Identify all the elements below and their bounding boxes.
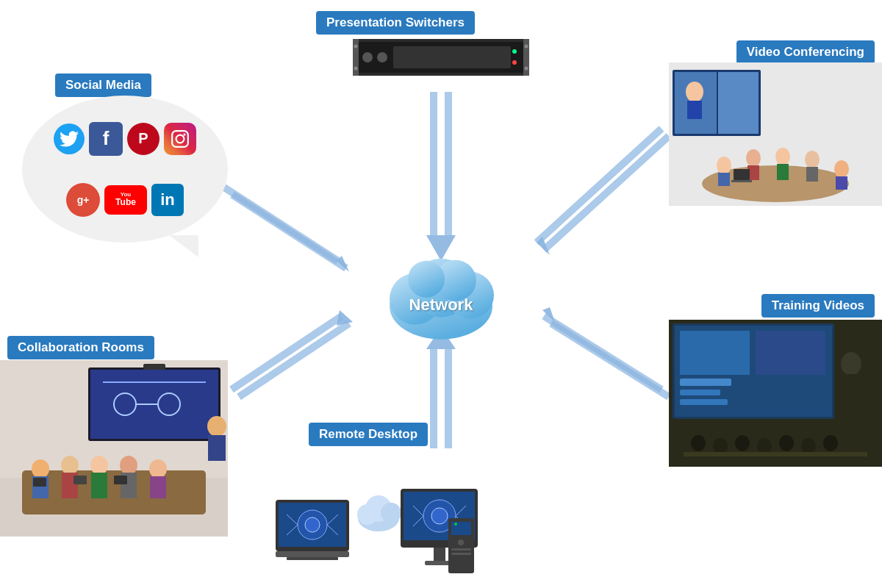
- svg-point-72: [735, 435, 750, 451]
- svg-line-4: [232, 195, 346, 268]
- video-conferencing-image: [669, 62, 882, 206]
- video-conferencing-label: Video Conferencing: [736, 40, 875, 64]
- twitter-icon: [54, 123, 85, 154]
- svg-point-23: [408, 261, 445, 298]
- training-videos-image: [669, 320, 882, 467]
- training-videos-label: Training Videos: [761, 294, 875, 318]
- linkedin-icon: in: [151, 184, 184, 216]
- svg-point-56: [834, 160, 849, 178]
- svg-line-7: [537, 129, 662, 243]
- svg-point-94: [120, 456, 137, 475]
- collaboration-rooms-image: [0, 360, 228, 537]
- svg-point-48: [717, 157, 731, 174]
- collaboration-rooms-label: Collaboration Rooms: [7, 336, 154, 359]
- svg-point-28: [377, 52, 387, 62]
- remote-desktop-label: Remote Desktop: [309, 423, 428, 446]
- svg-point-106: [305, 517, 320, 532]
- svg-point-120: [431, 508, 448, 524]
- svg-point-90: [61, 456, 79, 475]
- svg-point-73: [757, 438, 772, 454]
- svg-point-34: [354, 45, 358, 49]
- svg-point-40: [183, 133, 185, 135]
- google-plus-icon: g+: [66, 183, 100, 217]
- svg-point-116: [381, 503, 401, 523]
- svg-point-68: [841, 352, 861, 376]
- svg-point-50: [746, 149, 761, 167]
- svg-rect-29: [393, 46, 511, 68]
- svg-rect-131: [451, 553, 471, 555]
- svg-point-75: [801, 438, 816, 454]
- svg-rect-63: [680, 331, 750, 375]
- presentation-switchers-label: Presentation Switchers: [316, 11, 475, 35]
- svg-rect-86: [143, 364, 165, 370]
- remote-desktop-image: [272, 448, 478, 573]
- svg-point-31: [512, 60, 517, 65]
- svg-rect-57: [836, 176, 847, 190]
- svg-point-37: [525, 67, 528, 71]
- svg-point-70: [691, 435, 706, 451]
- main-scene: Network Presentation Switchers Social Me…: [0, 0, 882, 588]
- svg-point-88: [32, 459, 49, 478]
- svg-point-76: [823, 435, 838, 451]
- svg-point-132: [454, 523, 457, 526]
- svg-point-39: [176, 135, 184, 143]
- svg-line-10: [239, 323, 349, 397]
- svg-point-101: [207, 416, 226, 437]
- svg-line-12: [544, 316, 662, 390]
- svg-rect-67: [756, 331, 825, 375]
- svg-line-9: [232, 316, 342, 390]
- svg-rect-59: [731, 180, 752, 182]
- svg-rect-46: [687, 101, 702, 119]
- svg-rect-111: [276, 551, 349, 557]
- pinterest-icon: P: [127, 123, 159, 155]
- social-media-bubble: f P g+ You Tube in: [22, 96, 235, 257]
- instagram-icon: [164, 123, 196, 155]
- svg-rect-38: [172, 131, 188, 147]
- facebook-icon: f: [89, 122, 123, 156]
- svg-rect-102: [208, 435, 226, 461]
- svg-line-3: [224, 187, 338, 261]
- youtube-icon: You Tube: [104, 185, 147, 215]
- svg-marker-14: [542, 307, 555, 322]
- svg-rect-125: [434, 548, 445, 561]
- svg-rect-97: [150, 476, 166, 498]
- svg-rect-77: [684, 452, 867, 456]
- svg-line-6: [544, 136, 669, 250]
- svg-point-36: [525, 45, 528, 49]
- svg-point-74: [779, 435, 794, 451]
- svg-rect-53: [777, 164, 789, 180]
- svg-rect-93: [91, 473, 107, 498]
- svg-marker-5: [337, 256, 349, 272]
- presentation-switchers-image: [353, 33, 529, 81]
- svg-rect-49: [718, 173, 730, 186]
- svg-point-52: [775, 148, 790, 165]
- svg-rect-99: [74, 476, 87, 484]
- svg-rect-58: [734, 169, 750, 180]
- svg-point-96: [149, 459, 167, 478]
- svg-rect-65: [680, 390, 720, 395]
- svg-text:Network: Network: [409, 295, 474, 314]
- svg-rect-112: [287, 557, 338, 560]
- svg-point-54: [805, 151, 820, 168]
- svg-rect-100: [114, 476, 127, 484]
- svg-marker-11: [337, 310, 353, 326]
- svg-point-35: [354, 67, 358, 71]
- svg-rect-64: [680, 379, 731, 386]
- svg-point-92: [90, 456, 108, 475]
- svg-line-13: [551, 323, 669, 397]
- svg-marker-8: [537, 237, 550, 255]
- svg-rect-69: [842, 374, 860, 404]
- svg-point-71: [713, 438, 728, 454]
- svg-point-30: [512, 49, 517, 54]
- social-media-label: Social Media: [55, 74, 151, 97]
- svg-rect-66: [680, 399, 728, 405]
- svg-rect-130: [451, 548, 471, 551]
- network-cloud: Network: [368, 233, 514, 351]
- svg-point-27: [362, 52, 373, 62]
- svg-rect-98: [33, 478, 46, 487]
- svg-point-45: [686, 82, 703, 102]
- svg-rect-44: [718, 72, 759, 134]
- svg-point-129: [458, 539, 464, 545]
- svg-rect-55: [806, 167, 818, 182]
